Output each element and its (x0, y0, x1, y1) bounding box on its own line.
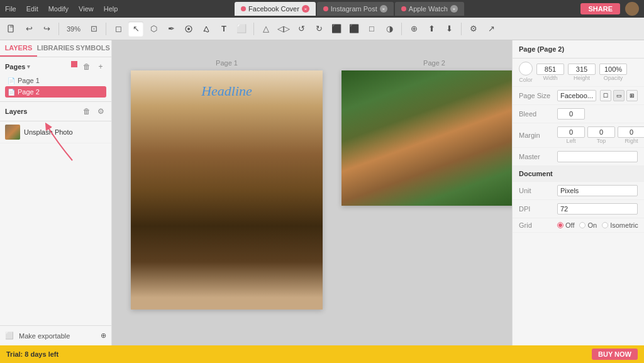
layer-name: Unsplash Photo (24, 128, 73, 136)
tab-close-button[interactable]: × (380, 5, 387, 13)
menu-edit[interactable]: Edit (26, 5, 38, 13)
thumbnail-preview (5, 125, 20, 140)
master-select[interactable] (557, 151, 638, 162)
bleed-input[interactable] (557, 108, 585, 120)
fill-tool[interactable] (199, 21, 214, 36)
export-tool[interactable]: ↗ (484, 21, 499, 36)
dpi-value: 72 96 144 (557, 203, 638, 215)
layer-thumbnail (5, 125, 20, 140)
pen-tool[interactable]: ✒ (164, 21, 179, 36)
tab-apple-watch[interactable]: Apple Watch × (395, 2, 464, 16)
margin-top-group: Top (587, 126, 615, 144)
make-exportable-button[interactable]: ⬜ Make exportable ⊕ (0, 325, 111, 345)
unit-value: Pixels Points mm (557, 185, 638, 196)
color-row: Color Width Height Opacity (513, 59, 644, 87)
share-button[interactable]: SHARE (580, 3, 620, 14)
pages-actions: 🗑 + (71, 61, 106, 72)
pages-label[interactable]: Pages ▾ (5, 63, 30, 70)
grid-on-option[interactable]: On (579, 221, 597, 229)
zoom-fit-button[interactable]: ⊡ (86, 21, 101, 36)
triangle-tool[interactable]: △ (258, 21, 274, 36)
tab-close-button[interactable]: × (450, 5, 458, 13)
new-document-button[interactable] (4, 21, 19, 36)
page2-canvas[interactable] (341, 70, 512, 206)
align-left-tool[interactable]: ⬛ (329, 21, 344, 36)
margin-left-group: Left (557, 126, 585, 144)
flip-h-tool[interactable]: ◁▷ (276, 21, 291, 36)
rotate-cw-tool[interactable]: ↻ (311, 21, 326, 36)
page-item-2[interactable]: 📄 Page 2 (5, 86, 106, 98)
move-tool[interactable]: ↖ (128, 21, 143, 36)
group-tool[interactable]: □ (364, 21, 379, 36)
back-tool[interactable]: ⬇ (441, 21, 457, 36)
document-section-header: Document (513, 166, 644, 182)
add-page-button[interactable]: + (95, 61, 106, 72)
tab-close-button[interactable]: × (302, 5, 309, 13)
margin-right-input[interactable] (618, 126, 644, 138)
color-picker[interactable] (519, 62, 533, 75)
layers-actions: 🗑 ⚙ (81, 106, 106, 117)
height-label: Height (574, 75, 590, 81)
menu-file[interactable]: File (5, 5, 16, 13)
unit-select[interactable]: Pixels Points mm (557, 185, 638, 196)
orientation-landscape[interactable]: ▭ (613, 90, 625, 101)
brush-tool[interactable] (181, 21, 196, 36)
margin-right-label: Right (625, 138, 638, 144)
margin-top-label: Top (597, 138, 606, 144)
svg-point-3 (187, 28, 190, 30)
page-size-select[interactable]: Faceboo... Custom A4 (557, 90, 596, 101)
tab-layers[interactable]: LAYERS (0, 40, 37, 57)
margin-label: Margin (519, 131, 553, 139)
page-name: Page 1 (18, 77, 40, 84)
grid-off-option[interactable]: Off (557, 221, 574, 229)
settings-tool[interactable]: ⚙ (466, 21, 481, 36)
margin-left-input[interactable] (557, 126, 585, 138)
page-item-1[interactable]: 📄 Page 1 (5, 75, 106, 86)
grid-isometric-option[interactable]: Isometric (602, 221, 638, 229)
rotate-ccw-tool[interactable]: ↺ (294, 21, 309, 36)
undo-button[interactable]: ↩ (21, 21, 36, 36)
menu-view[interactable]: View (79, 5, 94, 13)
canvas-inner: Page 1 Headline Page 2 (112, 40, 512, 345)
list-item[interactable]: Unsplash Photo (0, 121, 111, 143)
menu-help[interactable]: Help (104, 5, 118, 13)
distribute-tool[interactable]: ⬛ (347, 21, 362, 36)
height-input[interactable] (568, 64, 596, 75)
dog-photo (131, 70, 323, 310)
width-input[interactable] (536, 64, 564, 75)
select-tool[interactable]: ◻ (111, 21, 126, 36)
delete-layer-button[interactable]: 🗑 (81, 106, 92, 117)
add-layer-button[interactable]: ⚙ (95, 106, 106, 117)
fox-photo (341, 70, 512, 206)
opacity-input[interactable] (599, 64, 627, 75)
tab-libraries[interactable]: LIBRARIES (37, 40, 74, 57)
bleed-row: Bleed (513, 105, 644, 123)
menu-modify[interactable]: Modify (48, 5, 69, 13)
canvas-area[interactable]: Page 1 Headline Page 2 (112, 40, 512, 345)
buy-now-button[interactable]: BUY NOW (592, 349, 638, 360)
main-area: LAYERS LIBRARIES SYMBOLS Pages ▾ 🗑 + 📄 (0, 40, 644, 345)
tab-label: Instagram Post (331, 5, 377, 13)
tab-facebook-cover[interactable]: Facebook Cover × (235, 2, 316, 16)
boolean-tool[interactable]: ◑ (382, 21, 397, 36)
margin-inputs: Left Top Right Bottom ⛓ (557, 126, 644, 144)
page1-label: Page 1 (216, 59, 238, 67)
tab-symbols[interactable]: SYMBOLS (74, 40, 111, 57)
page-size-label: Page Size (519, 92, 553, 99)
shape-tool[interactable]: ⬡ (146, 21, 161, 36)
text-tool[interactable]: T (216, 21, 231, 36)
page-orientation-buttons: ☐ ▭ ⊞ (600, 90, 638, 101)
page1-canvas[interactable]: Headline (131, 70, 323, 310)
avatar[interactable] (625, 2, 639, 16)
orientation-custom[interactable]: ⊞ (626, 90, 638, 101)
forward-tool[interactable]: ⬆ (424, 21, 439, 36)
more-tool[interactable]: ⊕ (406, 21, 421, 36)
delete-page-button[interactable]: 🗑 (81, 61, 92, 72)
tab-label: Facebook Cover (248, 5, 299, 13)
dpi-select[interactable]: 72 96 144 (557, 203, 638, 215)
image-tool[interactable]: ⬜ (234, 21, 249, 36)
redo-button[interactable]: ↪ (39, 21, 54, 36)
orientation-portrait[interactable]: ☐ (600, 90, 611, 101)
tab-instagram-post[interactable]: Instagram Post × (317, 2, 394, 16)
margin-top-input[interactable] (587, 126, 615, 138)
